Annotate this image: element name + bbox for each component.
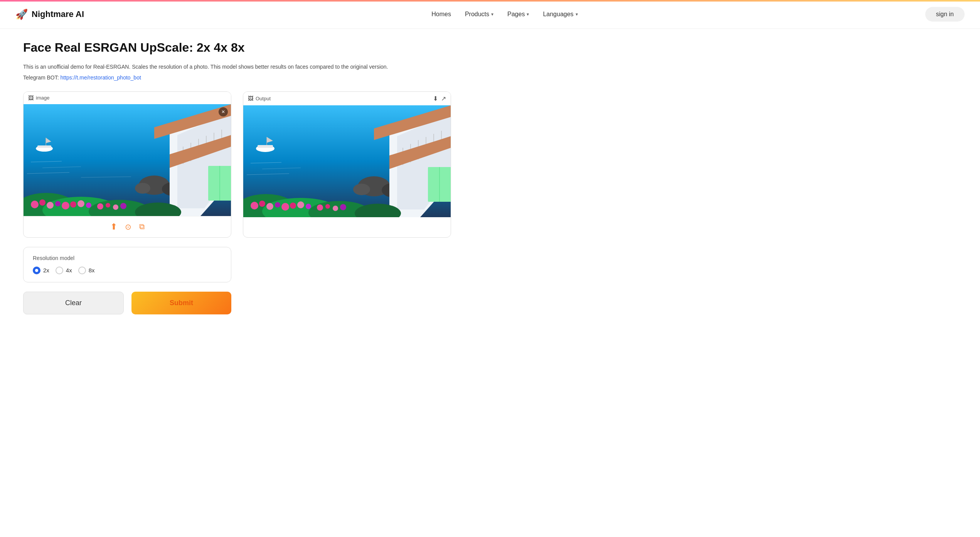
radio-label-8x: 8x xyxy=(89,267,95,274)
output-panel: 🖼 Output ⬇ ↗ xyxy=(243,91,451,238)
nav-languages-label: Languages xyxy=(543,11,573,18)
chevron-down-icon: ▾ xyxy=(576,12,578,17)
close-button[interactable]: ✕ xyxy=(219,107,228,117)
nav-pages-label: Pages xyxy=(507,11,525,18)
svg-point-28 xyxy=(39,199,45,206)
input-panel: 🖼 image xyxy=(23,91,231,238)
svg-point-38 xyxy=(120,203,126,209)
output-image-icon: 🖼 xyxy=(248,95,253,101)
svg-point-77 xyxy=(306,204,311,209)
svg-point-74 xyxy=(281,203,289,211)
main-content: Face Real ESRGAN UpScale: 2x 4x 8x This … xyxy=(0,29,540,338)
svg-point-47 xyxy=(353,184,370,195)
input-panel-header: 🖼 image xyxy=(24,92,231,104)
radio-option-8x[interactable]: 8x xyxy=(78,267,95,274)
svg-point-76 xyxy=(297,201,304,208)
telegram-link[interactable]: https://t.me/restoration_photo_bot xyxy=(60,74,141,81)
svg-point-30 xyxy=(55,201,61,206)
navbar: 🚀 Nightmare AI Homes Products ▾ Pages ▾ … xyxy=(0,0,980,29)
svg-point-36 xyxy=(106,203,110,208)
clear-button[interactable]: Clear xyxy=(23,292,124,314)
output-image-area xyxy=(243,105,451,217)
radio-option-2x[interactable]: 2x xyxy=(33,267,49,274)
svg-point-29 xyxy=(47,202,54,209)
clipboard-icon[interactable]: ⧉ xyxy=(139,222,145,231)
radio-label-4x: 4x xyxy=(66,267,72,274)
description-line2: Telegram BOT: https://t.me/restoration_p… xyxy=(23,73,517,82)
svg-point-78 xyxy=(317,204,323,211)
logo-icon: 🚀 xyxy=(15,8,28,20)
svg-point-37 xyxy=(113,204,118,210)
resolution-radio-group: 2x 4x 8x xyxy=(33,267,222,274)
svg-rect-6 xyxy=(37,145,51,148)
output-panel-header: 🖼 Output ⬇ ↗ xyxy=(243,92,451,105)
svg-point-33 xyxy=(77,200,84,207)
svg-point-81 xyxy=(340,204,346,210)
svg-point-31 xyxy=(62,202,69,209)
panels-row: 🖼 image xyxy=(23,91,517,238)
svg-point-70 xyxy=(251,202,258,209)
svg-point-4 xyxy=(135,183,150,194)
svg-point-72 xyxy=(266,203,273,210)
radio-circle-4x[interactable] xyxy=(56,267,63,274)
download-icon[interactable]: ⬇ xyxy=(433,95,438,102)
svg-point-79 xyxy=(325,204,330,209)
input-image-svg xyxy=(24,104,231,216)
svg-point-35 xyxy=(97,203,103,209)
radio-label-2x: 2x xyxy=(43,267,49,274)
output-image-svg xyxy=(243,105,451,217)
upload-icon[interactable]: ⬆ xyxy=(110,222,117,232)
buttons-row: Clear Submit xyxy=(23,292,231,314)
radio-circle-2x[interactable] xyxy=(33,267,40,274)
chevron-down-icon: ▾ xyxy=(527,12,529,17)
image-icon: 🖼 xyxy=(28,95,34,101)
nav-links: Homes Products ▾ Pages ▾ Languages ▾ xyxy=(431,11,578,18)
submit-button[interactable]: Submit xyxy=(131,292,231,314)
svg-point-73 xyxy=(275,202,280,208)
resolution-card: Resolution model 2x 4x 8x xyxy=(23,247,231,282)
nav-item-products[interactable]: Products ▾ xyxy=(465,11,493,18)
svg-point-27 xyxy=(31,201,39,208)
nav-item-homes[interactable]: Homes xyxy=(431,11,451,18)
nav-item-pages[interactable]: Pages ▾ xyxy=(507,11,529,18)
resolution-label: Resolution model xyxy=(33,255,222,261)
camera-icon[interactable]: ⊙ xyxy=(125,222,131,231)
nav-products-label: Products xyxy=(465,11,489,18)
chevron-down-icon: ▾ xyxy=(491,12,493,17)
nav-homes-label: Homes xyxy=(431,11,451,18)
page-title: Face Real ESRGAN UpScale: 2x 4x 8x xyxy=(23,41,517,55)
svg-point-71 xyxy=(259,201,265,207)
logo-text: Nightmare AI xyxy=(32,9,84,19)
share-icon[interactable]: ↗ xyxy=(441,95,446,102)
radio-option-4x[interactable]: 4x xyxy=(56,267,72,274)
logo[interactable]: 🚀 Nightmare AI xyxy=(15,8,84,20)
svg-point-34 xyxy=(86,203,91,208)
description-line1: This is an unofficial demo for Real-ESRG… xyxy=(23,62,517,71)
sign-in-button[interactable]: sign in xyxy=(925,7,965,22)
input-image-area: ✕ xyxy=(24,104,231,216)
output-panel-label: Output xyxy=(256,96,271,101)
svg-point-75 xyxy=(290,203,296,209)
radio-circle-8x[interactable] xyxy=(78,267,86,274)
action-icons-bar: ⬆ ⊙ ⧉ xyxy=(24,216,231,237)
input-panel-label: image xyxy=(36,95,49,101)
svg-point-80 xyxy=(333,206,338,211)
svg-point-32 xyxy=(70,201,76,208)
nav-item-languages[interactable]: Languages ▾ xyxy=(543,11,578,18)
svg-rect-49 xyxy=(258,145,273,148)
